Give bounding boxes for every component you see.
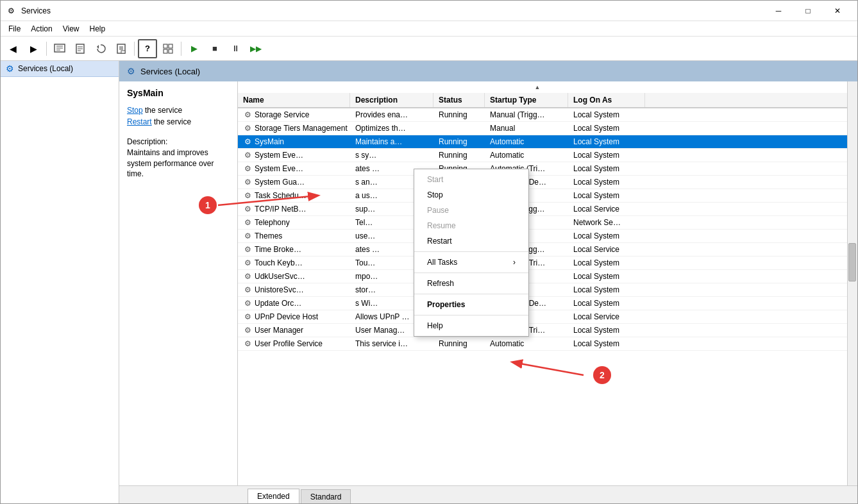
context-menu-item-properties[interactable]: Properties [414, 297, 528, 312]
panel-icon: ⚙ [127, 66, 135, 76]
stop-service-button[interactable]: ■ [205, 39, 224, 58]
context-menu-item-start: Start [414, 172, 528, 187]
cell-name: ⚙ System Eve… [238, 149, 350, 162]
restart-link[interactable]: Restart [127, 117, 152, 126]
cell-status: Running [433, 108, 485, 121]
table-row[interactable]: ⚙ UPnP Device Host Allows UPnP … Manual … [238, 310, 847, 324]
close-button[interactable]: ✕ [823, 1, 852, 21]
menu-bar: File Action View Help [1, 21, 857, 37]
cell-name: ⚙ Time Broke… [238, 243, 350, 256]
col-header-startup[interactable]: Startup Type [485, 93, 568, 107]
back-button[interactable]: ◀ [3, 39, 22, 58]
panel-header: ⚙ Services (Local) [119, 61, 857, 81]
table-row[interactable]: ⚙ TCP/IP NetB… sup… Running Manual (Trig… [238, 203, 847, 216]
svg-rect-14 [164, 44, 167, 48]
table-row[interactable]: ⚙ User Profile Service This service i… R… [238, 337, 847, 351]
tab-standard[interactable]: Standard [301, 489, 351, 503]
restart-text: the service [154, 117, 191, 126]
table-row[interactable]: ⚙ System Eve… s sy… Running Automatic Lo… [238, 149, 847, 162]
table-row[interactable]: ⚙ Touch Keyb… Tou… Running Automatic (Tr… [238, 256, 847, 270]
cell-logon: Local System [568, 122, 645, 135]
cell-name: ⚙ Task Schedu… [238, 189, 350, 202]
service-gear-icon: ⚙ [243, 110, 252, 119]
export-button[interactable] [112, 39, 131, 58]
cell-logon: Local System [568, 149, 645, 162]
stop-link[interactable]: Stop [127, 106, 143, 115]
restart-action: Restart the service [127, 117, 230, 126]
left-nav: ⚙ Services (Local) [1, 61, 119, 503]
maximize-button[interactable]: □ [793, 1, 823, 21]
cell-desc: This service i… [350, 337, 433, 350]
col-header-name[interactable]: Name [238, 93, 350, 107]
context-menu-item-refresh[interactable]: Refresh [414, 276, 528, 291]
table-row[interactable]: ⚙ System Gua… s an… Running Automatic (D… [238, 176, 847, 189]
toolbar: ◀ ▶ ? ▶ ■ ⏸ ▶▶ [1, 37, 857, 61]
table-row[interactable]: ⚙ System Eve… ates … Running Automatic (… [238, 162, 847, 176]
table-row[interactable]: ⚙ Time Broke… ates … Running Manual (Tri… [238, 243, 847, 256]
col-header-status[interactable]: Status [433, 93, 485, 107]
cell-name: ⚙ Themes [238, 230, 350, 242]
context-menu-item-all-tasks[interactable]: All Tasks› [414, 255, 528, 270]
table-row[interactable]: ⚙ Storage Tiers Management Optimizes th…… [238, 122, 847, 135]
menu-file[interactable]: File [3, 23, 26, 35]
table-row[interactable]: ⚙ Storage Service Provides ena… Running … [238, 108, 847, 122]
table-row[interactable]: ⚙ Telephony Tel… Running Manual Network … [238, 216, 847, 230]
cell-status: Running [433, 337, 485, 350]
table-row[interactable]: ⚙ Task Schedu… a us… Running Automatic L… [238, 189, 847, 203]
cell-logon: Local System [568, 337, 645, 350]
context-menu-item-stop[interactable]: Stop [414, 187, 528, 203]
svg-rect-17 [169, 49, 172, 53]
window-controls: ─ □ ✕ [764, 1, 852, 21]
cell-name: ⚙ UPnP Device Host [238, 310, 350, 323]
scrollbar-thumb[interactable] [848, 243, 856, 281]
forward-button[interactable]: ▶ [24, 39, 43, 58]
properties-view-button[interactable] [158, 39, 178, 58]
service-gear-icon: ⚙ [243, 245, 252, 254]
context-menu-item-restart[interactable]: Restart [414, 233, 528, 249]
left-nav-title: Services (Local) [18, 64, 73, 73]
table-header: Name Description Status Startup Type Log [238, 93, 847, 108]
cell-name: ⚙ Telephony [238, 216, 350, 229]
minimize-button[interactable]: ─ [764, 1, 793, 21]
start-service-button[interactable]: ▶ [185, 39, 204, 58]
service-gear-icon: ⚙ [243, 178, 252, 187]
table-row[interactable]: ⚙ UdkUserSvc… mpo… Manual Local System [238, 270, 847, 283]
refresh-button[interactable] [91, 39, 110, 58]
description-button[interactable] [71, 39, 90, 58]
stop-text: the service [145, 106, 182, 115]
context-menu-item-help[interactable]: Help [414, 318, 528, 333]
scrollbar[interactable] [847, 81, 857, 485]
table-row[interactable]: ⚙ Update Orc… s Wi… Running Automatic (D… [238, 297, 847, 310]
stop-action: Stop the service [127, 106, 230, 115]
cell-startup: Manual [485, 122, 568, 135]
cell-startup: Automatic [485, 135, 568, 148]
menu-action[interactable]: Action [26, 23, 57, 35]
cell-name: ⚙ TCP/IP NetB… [238, 203, 350, 215]
window-title: Services [21, 6, 764, 15]
table-row[interactable]: ⚙ User Manager User Manag… Running Autom… [238, 324, 847, 337]
cell-name: ⚙ SysMain [238, 135, 350, 148]
menu-help[interactable]: Help [85, 23, 111, 35]
col-header-logon[interactable]: Log On As [568, 93, 645, 107]
annotation-badge-2: 2 [593, 366, 611, 384]
cell-logon: Local System [568, 283, 645, 296]
table-row[interactable]: ⚙ Themes use… Running Automatic Local Sy… [238, 230, 847, 243]
menu-view[interactable]: View [58, 23, 85, 35]
help-toolbar-button[interactable]: ? [138, 39, 157, 58]
cell-name: ⚙ User Profile Service [238, 337, 350, 350]
tab-extended[interactable]: Extended [248, 489, 299, 503]
table-row[interactable]: ⚙ UnistoreSvc… stor… Running Manual Loca… [238, 283, 847, 297]
table-row[interactable]: ⚙ SysMain Maintains a… Running Automatic… [238, 135, 847, 149]
service-gear-icon: ⚙ [243, 218, 252, 227]
col-header-description[interactable]: Description [350, 93, 433, 107]
left-nav-header: ⚙ Services (Local) [1, 61, 119, 77]
cell-logon: Local System [568, 230, 645, 242]
cell-name: ⚙ Storage Service [238, 108, 350, 121]
service-gear-icon: ⚙ [243, 124, 252, 133]
console-button[interactable] [50, 39, 69, 58]
resume-service-button[interactable]: ▶▶ [246, 39, 265, 58]
svg-marker-8 [97, 45, 99, 49]
cell-logon: Local System [568, 135, 645, 148]
pause-service-button[interactable]: ⏸ [226, 39, 245, 58]
cell-desc: Maintains a… [350, 135, 433, 148]
